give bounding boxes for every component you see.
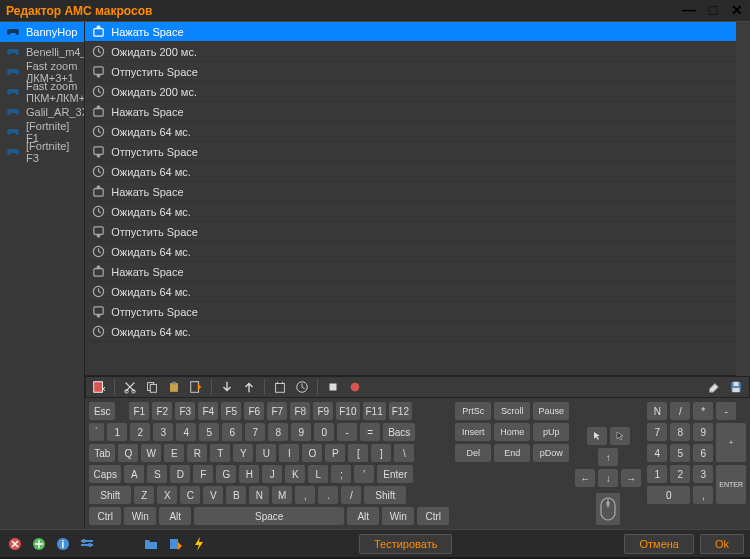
key-6[interactable]: 6	[693, 444, 713, 462]
stop-record-icon[interactable]	[324, 378, 342, 396]
key-j[interactable]: J	[262, 465, 282, 483]
key-s[interactable]: S	[147, 465, 167, 483]
step-item[interactable]: Ожидать 64 мс.	[85, 282, 736, 302]
key-i[interactable]: I	[279, 444, 299, 462]
key-insert[interactable]: Insert	[455, 423, 491, 441]
key-*[interactable]: *	[693, 402, 713, 420]
copy-icon[interactable]	[143, 378, 161, 396]
key-f6[interactable]: F6	[244, 402, 264, 420]
key-pup[interactable]: pUp	[533, 423, 569, 441]
key-][interactable]: ]	[371, 444, 391, 462]
key--[interactable]: -	[716, 402, 736, 420]
key-5[interactable]: 5	[199, 423, 219, 441]
step-item[interactable]: Отпустить Space	[85, 222, 736, 242]
step-item[interactable]: Отпустить Space	[85, 302, 736, 322]
key-\[interactable]: \	[394, 444, 414, 462]
step-item[interactable]: Нажать Space	[85, 102, 736, 122]
key-f10[interactable]: F10	[336, 402, 359, 420]
record-icon[interactable]	[346, 378, 364, 396]
key-enter[interactable]: ENTER	[716, 465, 746, 504]
key-;[interactable]: ;	[331, 465, 351, 483]
cursor-default-icon[interactable]	[587, 427, 607, 445]
key-3[interactable]: 3	[153, 423, 173, 441]
key-,[interactable]: ,	[295, 486, 315, 504]
key-f2[interactable]: F2	[152, 402, 172, 420]
key-b[interactable]: B	[226, 486, 246, 504]
key-f9[interactable]: F9	[313, 402, 333, 420]
macro-item[interactable]: Fast zoom ЛКМ+3+1	[0, 62, 84, 82]
macro-item[interactable]: Benelli_m4_Lech	[0, 42, 84, 62]
new-icon[interactable]: x	[90, 378, 108, 396]
move-down-icon[interactable]	[218, 378, 236, 396]
key-n[interactable]: N	[249, 486, 269, 504]
key-2[interactable]: 2	[670, 465, 690, 483]
key-,[interactable]: ,	[693, 486, 713, 504]
key-4[interactable]: 4	[647, 444, 667, 462]
step-item[interactable]: Отпустить Space	[85, 142, 736, 162]
key-pdow[interactable]: pDow	[533, 444, 569, 462]
key-2[interactable]: 2	[130, 423, 150, 441]
step-item[interactable]: Ожидать 64 мс.	[85, 122, 736, 142]
close-button[interactable]: ✕	[730, 4, 744, 18]
key-9[interactable]: 9	[291, 423, 311, 441]
key-f8[interactable]: F8	[290, 402, 310, 420]
key-f[interactable]: F	[193, 465, 213, 483]
key-0[interactable]: 0	[647, 486, 690, 504]
key-o[interactable]: O	[302, 444, 322, 462]
key-f12[interactable]: F12	[389, 402, 412, 420]
step-item[interactable]: Нажать Space	[85, 22, 736, 42]
cut-icon[interactable]	[121, 378, 139, 396]
eraser-icon[interactable]	[705, 378, 723, 396]
minimize-button[interactable]: —	[682, 4, 696, 18]
key-f7[interactable]: F7	[267, 402, 287, 420]
step-item[interactable]: Отпустить Space	[85, 62, 736, 82]
key-ctrl[interactable]: Ctrl	[89, 507, 121, 525]
key-.[interactable]: .	[318, 486, 338, 504]
key-f1[interactable]: F1	[129, 402, 149, 420]
key--[interactable]: -	[337, 423, 357, 441]
key-n[interactable]: N	[647, 402, 667, 420]
key-9[interactable]: 9	[693, 423, 713, 441]
key-scroll[interactable]: Scroll	[494, 402, 530, 420]
info-icon[interactable]: i	[54, 535, 72, 553]
key-8[interactable]: 8	[268, 423, 288, 441]
key-caps[interactable]: Caps	[89, 465, 121, 483]
key-bacs[interactable]: Bacs	[383, 423, 415, 441]
add-macro-icon[interactable]	[30, 535, 48, 553]
step-item[interactable]: Ожидать 200 мс.	[85, 82, 736, 102]
key-f3[interactable]: F3	[175, 402, 195, 420]
key-f4[interactable]: F4	[198, 402, 218, 420]
key-5[interactable]: 5	[670, 444, 690, 462]
macro-item[interactable]: Galil_AR_3X	[0, 102, 84, 122]
flash-icon[interactable]	[190, 535, 208, 553]
key-alt[interactable]: Alt	[347, 507, 379, 525]
key-[[interactable]: [	[348, 444, 368, 462]
key-u[interactable]: U	[256, 444, 276, 462]
key-+[interactable]: +	[716, 423, 746, 462]
key-z[interactable]: Z	[134, 486, 154, 504]
key-del[interactable]: Del	[455, 444, 491, 462]
cancel-button[interactable]: Отмена	[624, 534, 693, 554]
key-tab[interactable]: Tab	[89, 444, 115, 462]
key-6[interactable]: 6	[222, 423, 242, 441]
open-folder-icon[interactable]	[142, 535, 160, 553]
step-item[interactable]: Ожидать 64 мс.	[85, 202, 736, 222]
key-win[interactable]: Win	[124, 507, 156, 525]
key-7[interactable]: 7	[647, 423, 667, 441]
key-l[interactable]: L	[308, 465, 328, 483]
key-esc[interactable]: Esc	[89, 402, 115, 420]
key-f11[interactable]: F11	[363, 402, 386, 420]
key-space[interactable]: Space	[194, 507, 344, 525]
key-enter[interactable]: Enter	[377, 465, 413, 483]
maximize-button[interactable]: □	[706, 4, 720, 18]
key-alt[interactable]: Alt	[159, 507, 191, 525]
mouse-icon[interactable]	[596, 493, 620, 525]
ok-button[interactable]: Ok	[700, 534, 744, 554]
macro-item[interactable]: [Fortnite] F3	[0, 142, 84, 162]
test-button[interactable]: Тестировать	[359, 534, 453, 554]
key-4[interactable]: 4	[176, 423, 196, 441]
vertical-scrollbar[interactable]	[736, 22, 750, 376]
step-item[interactable]: Нажать Space	[85, 182, 736, 202]
key-v[interactable]: V	[203, 486, 223, 504]
macro-item[interactable]: BannyHop	[0, 22, 84, 42]
